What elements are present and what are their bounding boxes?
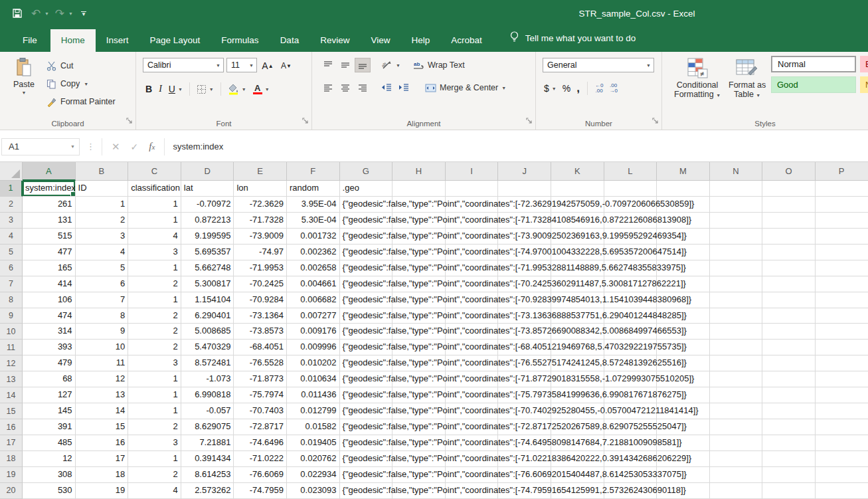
cell-f12[interactable]: 0.010202 (287, 355, 340, 371)
cell-g18[interactable]: {"geodesic":false,"type":"Point","coordi… (340, 451, 393, 467)
cell-p19[interactable] (816, 467, 868, 483)
cell-f7[interactable]: 0.004661 (287, 276, 340, 292)
cell-b1[interactable]: ID (76, 181, 129, 197)
cell-c14[interactable]: 1 (128, 387, 181, 403)
cell-c6[interactable]: 1 (128, 260, 181, 276)
column-header-c[interactable]: C (128, 162, 181, 181)
cell-f5[interactable]: 0.002362 (287, 245, 340, 260)
cell-style-normal[interactable]: Normal (771, 56, 856, 72)
cell-f8[interactable]: 0.006682 (287, 292, 340, 308)
cell-c2[interactable]: 1 (128, 197, 181, 213)
font-dialog-launcher-icon[interactable] (302, 115, 309, 127)
cell-f9[interactable]: 0.007277 (287, 308, 340, 324)
cell-n7[interactable] (710, 276, 763, 292)
decrease-indent-button[interactable] (379, 80, 394, 95)
cell-n13[interactable] (710, 371, 763, 387)
cell-e7[interactable]: -70.2425 (234, 276, 287, 292)
undo-caret-icon[interactable]: ▼ (44, 11, 49, 16)
cell-a12[interactable]: 479 (23, 355, 76, 371)
cell-p6[interactable] (816, 260, 868, 276)
column-header-p[interactable]: P (816, 162, 868, 181)
cell-g16[interactable]: {"geodesic":false,"type":"Point","coordi… (340, 419, 393, 435)
cell-d19[interactable]: 8.614253 (181, 467, 234, 483)
cell-e19[interactable]: -76.6069 (234, 467, 287, 483)
cell-a8[interactable]: 106 (23, 292, 76, 308)
decrease-decimal-button[interactable]: .00→0 (609, 83, 617, 94)
cell-o17[interactable] (762, 435, 816, 451)
cell-f19[interactable]: 0.022934 (287, 467, 340, 483)
cell-b5[interactable]: 4 (76, 245, 129, 260)
customize-quick-access-icon[interactable]: ▼ (81, 11, 86, 16)
column-header-d[interactable]: D (181, 162, 234, 181)
cell-c19[interactable]: 2 (128, 467, 181, 483)
cell-e6[interactable]: -71.9953 (234, 260, 287, 276)
cell-n3[interactable] (710, 213, 763, 229)
row-header-4[interactable]: 4 (0, 229, 23, 245)
formula-content[interactable]: system:index (165, 142, 223, 151)
row-header-13[interactable]: 13 (0, 371, 23, 387)
cell-a19[interactable]: 308 (23, 467, 76, 483)
cell-g19[interactable]: {"geodesic":false,"type":"Point","coordi… (340, 467, 393, 483)
cell-a13[interactable]: 68 (23, 371, 76, 387)
cell-d13[interactable]: -1.073 (181, 371, 234, 387)
cell-c9[interactable]: 2 (128, 308, 181, 324)
cell-g10[interactable]: {"geodesic":false,"type":"Point","coordi… (340, 324, 393, 340)
top-align-button[interactable] (320, 58, 336, 72)
cell-b16[interactable]: 15 (76, 419, 129, 435)
cell-g8[interactable]: {"geodesic":false,"type":"Point","coordi… (340, 292, 393, 308)
cell-p11[interactable] (816, 340, 868, 355)
cell-n2[interactable] (710, 197, 763, 213)
cell-j1[interactable] (498, 181, 551, 197)
cell-a16[interactable]: 391 (23, 419, 76, 435)
cell-a15[interactable]: 145 (23, 403, 76, 419)
cell-n16[interactable] (710, 419, 763, 435)
cell-a6[interactable]: 165 (23, 260, 76, 276)
cell-c7[interactable]: 2 (128, 276, 181, 292)
row-header-9[interactable]: 9 (0, 308, 23, 324)
increase-font-size-button[interactable]: A▲ (260, 58, 276, 74)
row-header-19[interactable]: 19 (0, 467, 23, 483)
cell-a10[interactable]: 314 (23, 324, 76, 340)
cell-e1[interactable]: lon (234, 181, 287, 197)
cell-o13[interactable] (762, 371, 816, 387)
cell-c20[interactable]: 4 (128, 483, 181, 499)
comma-style-button[interactable]: , (576, 80, 580, 96)
cell-c13[interactable]: 1 (128, 371, 181, 387)
row-header-3[interactable]: 3 (0, 213, 23, 229)
align-left-button[interactable] (320, 80, 336, 95)
cell-a2[interactable]: 261 (23, 197, 76, 213)
cell-a17[interactable]: 485 (23, 435, 76, 451)
cell-o3[interactable] (762, 213, 816, 229)
cancel-icon[interactable]: ✕ (112, 141, 120, 153)
fill-color-caret-icon[interactable]: ▼ (242, 87, 246, 92)
cell-d17[interactable]: 7.21881 (181, 435, 234, 451)
cell-c18[interactable]: 1 (128, 451, 181, 467)
align-center-button[interactable] (337, 80, 353, 95)
cell-b3[interactable]: 2 (76, 213, 129, 229)
cell-n17[interactable] (710, 435, 763, 451)
row-header-8[interactable]: 8 (0, 292, 23, 308)
undo-icon[interactable]: ↶ (28, 5, 44, 21)
cell-d7[interactable]: 5.300817 (181, 276, 234, 292)
tab-page-layout[interactable]: Page Layout (139, 29, 211, 52)
column-header-m[interactable]: M (657, 162, 710, 181)
borders-caret-icon[interactable]: ▼ (209, 87, 214, 92)
save-icon[interactable] (9, 5, 25, 21)
cell-b4[interactable]: 3 (76, 229, 129, 245)
accounting-caret-icon[interactable]: ▼ (552, 86, 557, 91)
font-size-select[interactable]: 11▼ (226, 58, 257, 72)
merge-center-button[interactable]: Merge & Center ▼ (425, 83, 506, 92)
decrease-font-size-button[interactable]: A▼ (278, 58, 294, 74)
orientation-caret-icon[interactable]: ▼ (396, 63, 400, 68)
column-header-e[interactable]: E (234, 162, 287, 181)
cell-f18[interactable]: 0.020762 (287, 451, 340, 467)
bottom-align-button[interactable] (355, 58, 371, 72)
cell-n18[interactable] (710, 451, 763, 467)
cell-p14[interactable] (816, 387, 868, 403)
cell-g15[interactable]: {"geodesic":false,"type":"Point","coordi… (340, 403, 393, 419)
cell-m1[interactable] (657, 181, 710, 197)
underline-button[interactable]: U (169, 81, 175, 97)
cell-p15[interactable] (816, 403, 868, 419)
cell-o12[interactable] (762, 355, 816, 371)
borders-button[interactable] (197, 81, 207, 97)
